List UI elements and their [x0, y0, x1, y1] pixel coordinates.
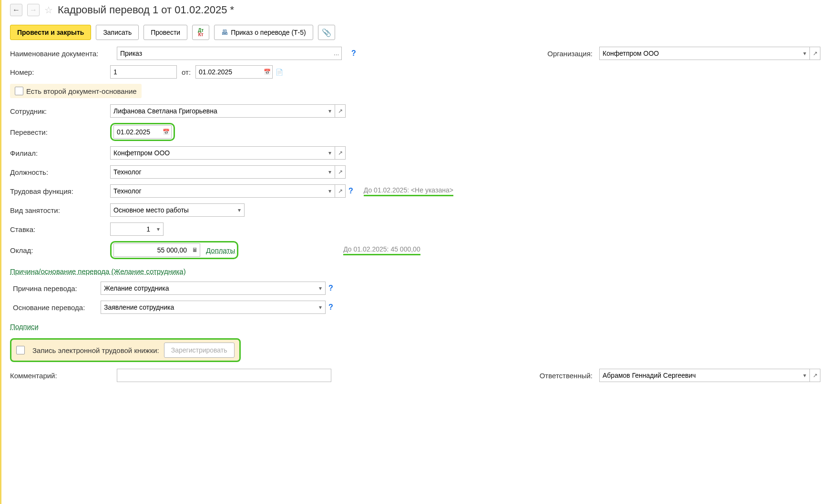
print-order-label: Приказ о переводе (Т-5) — [231, 29, 306, 36]
etk-checkbox[interactable] — [16, 346, 25, 354]
docname-ellipsis-button[interactable]: … — [331, 47, 342, 60]
employee-label: Сотрудник: — [10, 107, 110, 115]
comment-input[interactable] — [117, 369, 331, 382]
branch-input[interactable] — [110, 146, 325, 160]
docname-label: Наименование документа: — [10, 50, 110, 58]
position-dropdown-button[interactable]: ▾ — [325, 165, 335, 179]
position-input[interactable] — [110, 165, 325, 179]
position-open-button[interactable]: ↗ — [335, 165, 346, 179]
basis-label: Основание перевода: — [10, 303, 101, 312]
row-docname-org: Наименование документа: … ? Организация:… — [10, 47, 820, 60]
reason-label: Причина перевода: — [10, 284, 101, 292]
row-basis: Основание перевода: ▾ ? — [10, 300, 820, 314]
salary-label: Оклад: — [10, 246, 110, 254]
func-help-icon[interactable]: ? — [348, 187, 353, 195]
etk-panel: Запись электронной трудовой книжки: Заре… — [10, 338, 241, 362]
func-dropdown-button[interactable]: ▾ — [325, 184, 335, 198]
org-open-button[interactable]: ↗ — [810, 47, 820, 60]
row-signatures: Подписи — [10, 319, 820, 333]
func-label: Трудовая функция: — [10, 187, 110, 195]
docname-input[interactable] — [117, 47, 331, 60]
row-salary: Оклад: Доплаты До 01.02.2025: 45 000,00 — [10, 241, 820, 259]
basis-input[interactable] — [101, 301, 315, 314]
basis-help-icon[interactable]: ? — [328, 303, 333, 312]
write-button[interactable]: Записать — [96, 25, 139, 40]
org-label: Организация: — [547, 50, 593, 58]
row-comment-resp: Комментарий: Ответственный: ▾ ↗ — [10, 369, 820, 382]
attach-button[interactable]: 📎 — [318, 25, 335, 40]
date-input[interactable] — [195, 65, 262, 79]
branch-dropdown-button[interactable]: ▾ — [325, 146, 335, 160]
date-calendar-button[interactable] — [262, 65, 273, 79]
salary-input[interactable] — [113, 243, 190, 257]
reason-input[interactable] — [101, 282, 315, 295]
second-doc-checkbox[interactable] — [15, 87, 23, 95]
title-bar: ← → ☆ Кадровый перевод 1 от 01.02.2025 * — [10, 4, 820, 16]
employee-dropdown-button[interactable]: ▾ — [325, 104, 335, 118]
emp-type-dropdown-button[interactable]: ▾ — [234, 203, 245, 217]
transfer-label: Перевести: — [10, 128, 110, 136]
dtkt-icon: ДтКт — [198, 28, 204, 37]
emp-type-input[interactable] — [110, 203, 234, 217]
responsible-dropdown-button[interactable]: ▾ — [799, 369, 810, 382]
row-emp-type: Вид занятости: ▾ — [10, 203, 820, 217]
employee-open-button[interactable]: ↗ — [335, 104, 346, 118]
reason-dropdown-button[interactable]: ▾ — [315, 282, 326, 295]
rate-dropdown-button[interactable]: ▾ — [153, 222, 164, 236]
responsible-input[interactable] — [599, 369, 799, 382]
row-reason-link: Причина/основание перевода (Желание сотр… — [10, 264, 820, 278]
transfer-highlight — [110, 123, 175, 141]
post-button[interactable]: Провести — [143, 25, 187, 40]
etk-register-button[interactable]: Зарегистрировать — [164, 343, 235, 358]
row-rate: Ставка: ▾ — [10, 222, 820, 236]
reason-help-icon[interactable]: ? — [328, 284, 333, 292]
branch-label: Филиал: — [10, 149, 110, 157]
func-prev-info: До 01.02.2025: <Не указана> — [364, 186, 453, 196]
row-position: Должность: ▾ ↗ — [10, 165, 820, 179]
post-close-button[interactable]: Провести и закрыть — [10, 25, 91, 40]
etk-label: Запись электронной трудовой книжки: — [32, 346, 159, 354]
rate-label: Ставка: — [10, 225, 110, 233]
back-button[interactable]: ← — [10, 4, 22, 16]
func-input[interactable] — [110, 184, 325, 198]
second-doc-label: Есть второй документ-основание — [26, 87, 137, 95]
employee-input[interactable] — [110, 104, 325, 118]
reason-section-link[interactable]: Причина/основание перевода (Желание сотр… — [10, 267, 186, 275]
docname-help-icon[interactable]: ? — [351, 49, 356, 58]
toolbar: Провести и закрыть Записать Провести ДтК… — [10, 25, 820, 40]
second-doc-panel: Есть второй документ-основание — [10, 84, 142, 98]
position-label: Должность: — [10, 168, 110, 176]
func-open-button[interactable]: ↗ — [335, 184, 346, 198]
printer-icon: 🖶 — [221, 29, 228, 36]
salary-calc-button[interactable] — [190, 243, 200, 257]
salary-prev-info: До 01.02.2025: 45 000,00 — [343, 245, 420, 255]
page-title: Кадровый перевод 1 от 01.02.2025 * — [58, 4, 234, 16]
emp-type-label: Вид занятости: — [10, 206, 110, 214]
rate-input[interactable] — [110, 222, 153, 236]
number-label: Номер: — [10, 68, 110, 76]
date-action-icon[interactable]: 📄 — [276, 69, 283, 76]
from-label: от: — [182, 68, 191, 76]
org-dropdown-button[interactable]: ▾ — [799, 47, 810, 60]
basis-dropdown-button[interactable]: ▾ — [315, 301, 326, 314]
salary-highlight: Доплаты — [110, 241, 238, 259]
print-order-button[interactable]: 🖶 Приказ о переводе (Т-5) — [214, 25, 313, 40]
paperclip-icon: 📎 — [322, 28, 331, 37]
row-branch: Филиал: ▾ ↗ — [10, 146, 820, 160]
row-reason: Причина перевода: ▾ ? — [10, 281, 820, 295]
signatures-link[interactable]: Подписи — [10, 323, 39, 331]
row-employee: Сотрудник: ▾ ↗ — [10, 104, 820, 118]
doplaty-link[interactable]: Доплаты — [206, 246, 235, 254]
number-input[interactable] — [110, 65, 177, 79]
transfer-date-input[interactable] — [113, 125, 161, 139]
dtkt-button[interactable]: ДтКт — [192, 25, 209, 40]
row-transfer-date: Перевести: — [10, 123, 820, 141]
row-number: Номер: от: 📄 — [10, 65, 820, 79]
row-func: Трудовая функция: ▾ ↗ ? До 01.02.2025: <… — [10, 184, 820, 198]
org-input[interactable] — [599, 47, 799, 60]
forward-button[interactable]: → — [27, 4, 40, 16]
responsible-open-button[interactable]: ↗ — [810, 369, 820, 382]
favorite-icon[interactable]: ☆ — [44, 4, 53, 16]
transfer-calendar-button[interactable] — [161, 125, 172, 139]
branch-open-button[interactable]: ↗ — [335, 146, 346, 160]
